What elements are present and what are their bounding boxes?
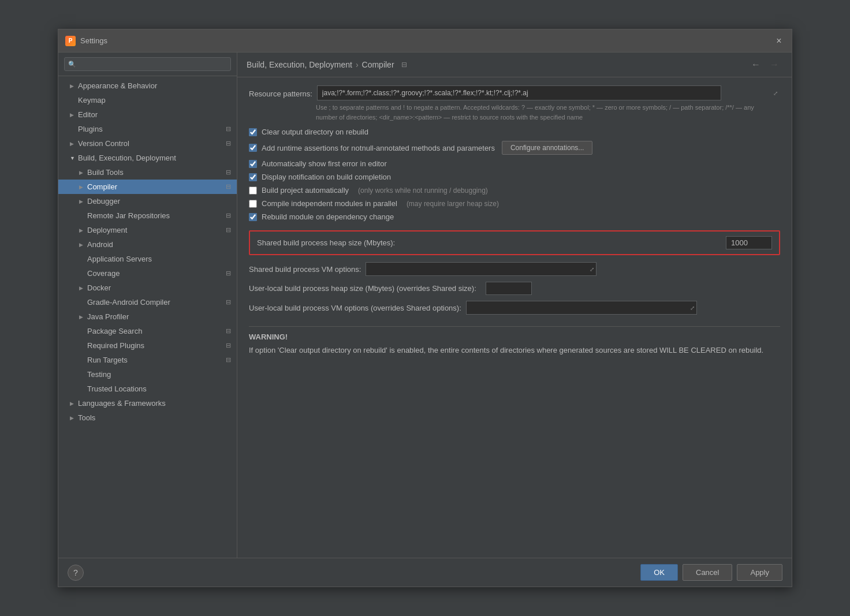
warning-body: If option 'Clear output directory on reb… bbox=[249, 346, 763, 354]
sidebar-item-version-control[interactable]: ▶ Version Control ⊟ bbox=[58, 136, 237, 151]
sidebar-item-package-search[interactable]: Package Search ⊟ bbox=[58, 324, 237, 338]
settings-icon: ⊟ bbox=[226, 169, 231, 176]
ok-button[interactable]: OK bbox=[640, 564, 678, 581]
resource-patterns-row: Resource patterns: ⤢ bbox=[249, 85, 780, 100]
sidebar-tree: ▶ Appearance & Behavior Keymap ▶ Editor … bbox=[58, 76, 237, 558]
sidebar-item-label: Java Profiler bbox=[87, 312, 129, 321]
warning-text: If option 'Clear output directory on reb… bbox=[249, 345, 780, 357]
sidebar-item-docker[interactable]: ▶ Docker bbox=[58, 281, 237, 295]
help-button[interactable]: ? bbox=[68, 565, 84, 581]
sidebar-item-gradle-android[interactable]: Gradle-Android Compiler ⊟ bbox=[58, 295, 237, 309]
sidebar-item-plugins[interactable]: Plugins ⊟ bbox=[58, 122, 237, 136]
checkbox-runtime-assertions[interactable] bbox=[249, 144, 257, 152]
sidebar-item-android[interactable]: ▶ Android bbox=[58, 237, 237, 252]
checkbox-rebuild-dependency[interactable] bbox=[249, 213, 257, 221]
checkbox-display-notification-label: Display notification on build completion bbox=[262, 173, 391, 181]
checkbox-build-auto-note: (only works while not running / debuggin… bbox=[358, 186, 488, 195]
sidebar-item-build-exec[interactable]: ▼ Build, Execution, Deployment bbox=[58, 151, 237, 165]
sidebar-item-label: Deployment bbox=[87, 226, 127, 234]
nav-forward-button[interactable]: → bbox=[766, 58, 782, 71]
search-wrapper: 🔍 bbox=[64, 57, 231, 71]
resource-hint: Use ; to separate patterns and ! to nega… bbox=[316, 103, 755, 122]
vm-options-input[interactable] bbox=[366, 262, 597, 276]
settings-icon: ⊟ bbox=[226, 140, 231, 147]
sidebar-item-deployment[interactable]: ▶ Deployment ⊟ bbox=[58, 223, 237, 237]
checkbox-compile-parallel-note: (may require larger heap size) bbox=[407, 200, 499, 208]
sidebar-item-run-targets[interactable]: Run Targets ⊟ bbox=[58, 353, 237, 367]
sidebar-item-label: Docker bbox=[87, 283, 111, 292]
panel-body: Resource patterns: ⤢ Use ; to separate p… bbox=[237, 77, 792, 558]
user-heap-input[interactable] bbox=[486, 282, 532, 295]
expand-icon: ⤢ bbox=[590, 266, 594, 272]
nav-back-button[interactable]: ← bbox=[748, 58, 764, 71]
sidebar-item-label: Debugger bbox=[87, 197, 120, 206]
sidebar-item-app-servers[interactable]: Application Servers bbox=[58, 252, 237, 266]
user-vm-input[interactable] bbox=[466, 301, 697, 315]
expand-icon: ⤢ bbox=[690, 305, 695, 311]
sidebar-item-build-tools[interactable]: ▶ Build Tools ⊟ bbox=[58, 165, 237, 180]
settings-icon: ⊟ bbox=[226, 125, 231, 133]
checkbox-clear-output[interactable] bbox=[249, 128, 257, 136]
arrow-icon: ▶ bbox=[70, 112, 76, 118]
sidebar-item-languages[interactable]: ▶ Languages & Frameworks bbox=[58, 396, 237, 410]
apply-button[interactable]: Apply bbox=[737, 564, 782, 581]
close-button[interactable]: × bbox=[773, 35, 785, 47]
arrow-icon: ▶ bbox=[70, 415, 76, 421]
checkbox-auto-show-error-label: Automatically show first error in editor bbox=[262, 159, 387, 168]
arrow-icon: ▶ bbox=[79, 227, 85, 233]
user-heap-row: User-local build process heap size (Mbyt… bbox=[249, 282, 780, 295]
vm-options-input-wrap: ⤢ bbox=[366, 262, 597, 276]
heap-size-input[interactable] bbox=[726, 236, 772, 249]
checkbox-build-auto[interactable] bbox=[249, 186, 257, 195]
sidebar-item-label: Remote Jar Repositories bbox=[87, 211, 170, 220]
sidebar-item-trusted-locations[interactable]: Trusted Locations bbox=[58, 382, 237, 396]
heap-size-label: Shared build process heap size (Mbytes): bbox=[257, 238, 726, 247]
heap-size-section: Shared build process heap size (Mbytes): bbox=[249, 230, 780, 255]
checkbox-rebuild-dependency-row: Rebuild module on dependency change bbox=[249, 212, 780, 221]
arrow-icon: ▶ bbox=[79, 199, 85, 204]
warning-section: WARNING! If option 'Clear output directo… bbox=[249, 326, 780, 357]
sidebar-item-remote-jar[interactable]: Remote Jar Repositories ⊟ bbox=[58, 208, 237, 223]
sidebar: 🔍 ▶ Appearance & Behavior Keymap ▶ bbox=[58, 53, 237, 558]
sidebar-item-required-plugins[interactable]: Required Plugins ⊟ bbox=[58, 338, 237, 353]
user-vm-input-wrap: ⤢ bbox=[466, 301, 697, 315]
resource-patterns-input[interactable] bbox=[317, 85, 721, 100]
sidebar-item-compiler[interactable]: ▶ Compiler ⊟ bbox=[58, 180, 237, 194]
sidebar-item-testing[interactable]: Testing bbox=[58, 367, 237, 382]
sidebar-item-editor[interactable]: ▶ Editor bbox=[58, 107, 237, 122]
checkbox-compile-parallel[interactable] bbox=[249, 200, 257, 208]
footer-left: ? bbox=[68, 565, 84, 581]
sidebar-item-appearance[interactable]: ▶ Appearance & Behavior bbox=[58, 79, 237, 93]
sidebar-item-label: Version Control bbox=[78, 139, 129, 148]
sidebar-item-label: Android bbox=[87, 240, 113, 249]
search-icon: 🔍 bbox=[68, 61, 76, 68]
settings-icon: ⊟ bbox=[226, 298, 231, 306]
checkbox-clear-output-row: Clear output directory on rebuild bbox=[249, 128, 780, 136]
sidebar-item-label: Trusted Locations bbox=[87, 384, 147, 393]
sidebar-item-label: Build, Execution, Deployment bbox=[78, 154, 176, 162]
sidebar-item-keymap[interactable]: Keymap bbox=[58, 93, 237, 107]
sidebar-item-label: Package Search bbox=[87, 327, 142, 335]
arrow-icon: ▼ bbox=[70, 155, 76, 161]
sidebar-item-label: Languages & Frameworks bbox=[78, 399, 166, 408]
checkbox-auto-show-error[interactable] bbox=[249, 160, 257, 168]
panel-header: Build, Execution, Deployment › Compiler … bbox=[237, 53, 792, 77]
sidebar-item-java-profiler[interactable]: ▶ Java Profiler bbox=[58, 309, 237, 324]
vm-options-label: Shared build process VM options: bbox=[249, 265, 361, 274]
sidebar-item-tools[interactable]: ▶ Tools bbox=[58, 410, 237, 425]
checkbox-display-notification[interactable] bbox=[249, 173, 257, 181]
arrow-icon: ▶ bbox=[70, 83, 76, 89]
vm-options-row: Shared build process VM options: ⤢ bbox=[249, 262, 780, 276]
sidebar-item-debugger[interactable]: ▶ Debugger bbox=[58, 194, 237, 208]
sidebar-item-coverage[interactable]: Coverage ⊟ bbox=[58, 266, 237, 281]
checkbox-compile-parallel-row: Compile independent modules in parallel … bbox=[249, 199, 780, 208]
settings-icon: ⊟ bbox=[226, 356, 231, 364]
search-input[interactable] bbox=[64, 57, 231, 71]
warning-title: WARNING! bbox=[249, 333, 780, 341]
cancel-button[interactable]: Cancel bbox=[683, 564, 732, 581]
title-bar: P Settings × bbox=[58, 29, 792, 53]
sidebar-item-label: Required Plugins bbox=[87, 341, 144, 350]
breadcrumb: Build, Execution, Deployment › Compiler … bbox=[247, 60, 407, 69]
sidebar-item-label: Compiler bbox=[87, 182, 117, 191]
configure-annotations-button[interactable]: Configure annotations... bbox=[502, 141, 592, 155]
